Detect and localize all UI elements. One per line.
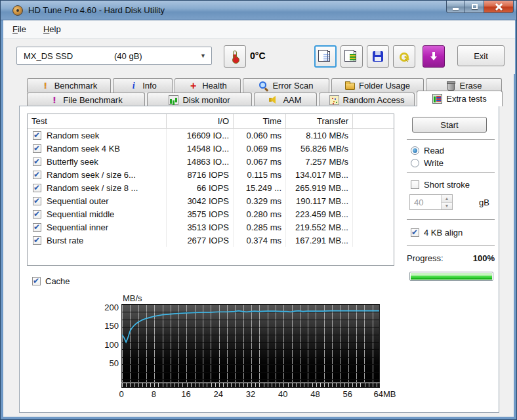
tab-health[interactable]: +Health [175,78,241,93]
cache-option[interactable]: Cache [32,276,70,286]
cell-io: 16609 IO... [167,129,234,142]
tab-disk-monitor[interactable]: Disk monitor [147,93,252,106]
write-radio[interactable] [411,159,419,167]
tab-label: Benchmark [54,81,98,91]
start-button[interactable]: Start [412,117,487,133]
save-screenshot-button[interactable] [367,45,389,68]
test-name: Random seek 4 KB [47,144,120,154]
x-axis-tick-strip [121,383,380,388]
tab-extra-tests[interactable]: Extra tests [417,91,503,106]
table-row[interactable]: Random seek / size 8 ...66 IOPS15.249 ..… [28,181,394,194]
progress-label: Progress: [407,253,444,263]
x-tick-label: 8 [152,389,156,399]
temperature-value: 0°C [250,51,266,61]
cell-filler [353,220,394,234]
tab-label: Extra tests [446,94,486,104]
tab-random-access[interactable]: Random Access [319,93,415,106]
spinner-up-icon[interactable]: ▲ [442,195,452,203]
test-results-table: Test I/O Time Transfer Random seek16609 … [27,114,394,266]
row-checkbox[interactable] [33,210,41,219]
short-stroke-option[interactable]: Short stroke [411,180,470,190]
minimize-icon [453,8,459,10]
y-tick-label: 150 [103,321,119,331]
tab-error-scan[interactable]: Error Scan [243,78,329,93]
align-option[interactable]: 4 KB align [411,228,463,238]
update-button[interactable] [423,45,445,68]
cell-test: Random seek [28,129,167,142]
menu-item-help[interactable]: Help [43,24,61,34]
exit-button[interactable]: Exit [457,45,505,66]
cache-checkbox[interactable] [32,277,41,285]
chevron-down-icon: ▼ [200,52,206,59]
tab-file-benchmark[interactable]: !File Benchmark [27,93,145,106]
read-option[interactable]: Read [411,146,444,156]
tab-info[interactable]: iInfo [113,78,173,93]
copy-image-button[interactable] [341,45,363,68]
cell-filler [353,168,394,181]
tab-aam[interactable]: AAM [254,93,317,106]
tab-folder-usage[interactable]: Folder Usage [331,78,424,93]
test-name: Sequential outer [47,196,109,206]
tab-label: Error Scan [272,81,313,91]
cell-filler [353,129,394,142]
header-time: Time [234,114,286,128]
row-checkbox[interactable] [33,184,41,192]
row-checkbox[interactable] [33,171,41,179]
cell-filler [353,207,394,220]
row-checkbox[interactable] [33,131,41,140]
align-checkbox[interactable] [411,228,419,237]
copy-text-button[interactable] [314,45,337,68]
error-scan-icon [258,81,268,91]
options-panel: Start Read Write Short stroke 40 ▲ ▼ [402,106,500,303]
table-row[interactable]: Butterfly seek14863 IO...0.067 ms7.257 M… [28,155,394,168]
table-row[interactable]: Sequential outer3042 IOPS0.329 ms190.117… [28,194,394,207]
table-row[interactable]: Random seek / size 6...8716 IOPS0.115 ms… [28,168,394,181]
toolbar: MX_DS SSD (40 gB) ▼ 0°C Exit [3,39,515,74]
drive-select-dropdown[interactable]: MX_DS SSD (40 gB) ▼ [16,47,212,65]
write-option[interactable]: Write [411,158,444,168]
tab-label: AAM [283,95,301,105]
size-spinner[interactable]: 40 ▲ ▼ [409,194,453,210]
test-name: Butterfly seek [47,157,98,167]
temperature-button[interactable] [224,45,246,68]
read-radio[interactable] [411,146,419,155]
short-stroke-checkbox[interactable] [411,180,419,189]
cell-test: Burst rate [28,234,167,247]
row-checkbox[interactable] [33,158,41,166]
test-name: Random seek / size 6... [47,170,136,180]
tab-label: Random Access [343,95,405,105]
cell-time: 0.115 ms [234,168,286,181]
minimize-button[interactable] [446,1,465,13]
tab-benchmark[interactable]: !Benchmark [27,78,111,93]
options-button[interactable] [393,45,415,68]
tab-row-2: !File BenchmarkDisk monitorAAMRandom Acc… [27,93,502,106]
extra-tests-icon [432,94,442,104]
progress-row: Progress: 100% [407,253,495,263]
random-access-icon [329,95,339,105]
spinner-down-icon[interactable]: ▼ [442,203,452,210]
write-label: Write [424,158,444,168]
row-checkbox[interactable] [33,197,41,205]
menu-item-file[interactable]: File [12,24,26,34]
table-row[interactable]: Sequential inner3513 IOPS0.285 ms219.552… [28,220,394,234]
window-controls [446,1,514,13]
align-label: 4 KB align [424,228,463,238]
drive-name: MX_DS SSD [24,51,73,61]
row-checkbox[interactable] [33,223,41,232]
table-row[interactable]: Burst rate2677 IOPS0.374 ms167.291 MB... [28,234,394,247]
table-row[interactable]: Random seek16609 IO...0.060 ms8.110 MB/s [28,129,394,142]
row-checkbox[interactable] [33,236,41,245]
close-button[interactable] [484,1,514,13]
separator [407,245,495,246]
table-header-row: Test I/O Time Transfer [28,114,394,129]
cell-transfer: 167.291 MB... [286,234,353,247]
x-tick-label: 48 [310,389,320,399]
row-checkbox[interactable] [33,144,41,153]
table-row[interactable]: Random seek 4 KB14548 IO...0.069 ms56.82… [28,142,394,155]
tab-label: Folder Usage [359,81,410,91]
separator [407,219,495,220]
table-row[interactable]: Sequential middle3575 IOPS0.280 ms223.45… [28,207,394,220]
cell-time: 0.067 ms [234,155,286,168]
read-label: Read [424,146,444,156]
maximize-button[interactable] [465,1,484,13]
